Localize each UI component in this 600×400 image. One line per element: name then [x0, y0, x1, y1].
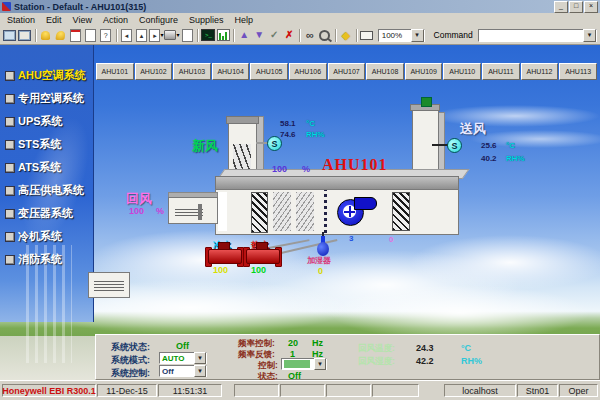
- lower-icon[interactable]: ▼: [252, 28, 266, 43]
- brand-label: Honeywell EBI R300.1: [2, 384, 96, 397]
- return-rh-label: 回风湿度:: [358, 356, 395, 368]
- sidebar-item-dedicated-ac[interactable]: 专用空调系统: [0, 92, 93, 105]
- tab-ahu108[interactable]: AHU108: [366, 63, 404, 80]
- chevron-down-icon[interactable]: ▾: [583, 29, 596, 42]
- tab-ahu112[interactable]: AHU112: [521, 63, 559, 80]
- command-console-icon[interactable]: >_: [201, 28, 215, 43]
- tab-ahu102[interactable]: AHU102: [135, 63, 173, 80]
- page-icon[interactable]: [180, 28, 194, 43]
- sidebar-item-ahu[interactable]: AHU空调系统: [0, 69, 93, 82]
- command-input[interactable]: ▾: [478, 29, 597, 42]
- fresh-air-tower-cap: [226, 116, 259, 124]
- menu-bar: Station Edit View Action Configure Suppl…: [0, 13, 600, 26]
- humidifier-spray-line: [324, 190, 327, 233]
- close-button[interactable]: ×: [584, 1, 598, 13]
- associated-display-icon[interactable]: ◆: [339, 28, 353, 43]
- menu-configure[interactable]: Configure: [139, 15, 178, 25]
- menu-station[interactable]: Station: [7, 15, 35, 25]
- fresh-air-temp-unit: °C: [306, 119, 315, 128]
- display-icon[interactable]: [18, 28, 32, 43]
- system-control-value: Off: [162, 367, 174, 376]
- trend-icon[interactable]: [216, 28, 230, 43]
- status-cell-empty: [326, 384, 371, 397]
- hot-water-valve[interactable]: [246, 249, 280, 264]
- fan-casing: [354, 197, 377, 210]
- return-temp-value: 24.3: [416, 343, 434, 353]
- event-summary-icon[interactable]: [84, 28, 98, 43]
- tab-ahu107[interactable]: AHU107: [328, 63, 366, 80]
- final-filter-section: [392, 192, 410, 231]
- message-summary-icon[interactable]: ?: [99, 28, 113, 43]
- minimize-button[interactable]: _: [554, 1, 568, 13]
- fresh-damper-value: 100: [272, 164, 287, 174]
- search-icon[interactable]: [318, 28, 332, 43]
- app-icon: [2, 2, 11, 11]
- zoom-box-icon[interactable]: [360, 28, 374, 43]
- tab-ahu111[interactable]: AHU111: [482, 63, 520, 80]
- print-icon[interactable]: ▾: [164, 28, 179, 43]
- menu-supplies[interactable]: Supplies: [189, 15, 224, 25]
- duct-handle: [198, 204, 202, 220]
- alarm-ack-icon[interactable]: [54, 28, 68, 43]
- ahu-unit-body: [215, 189, 459, 235]
- sidebar-item-label: 专用空调系统: [18, 91, 84, 106]
- system-mode-dropdown[interactable]: AUTO ▾: [159, 352, 207, 364]
- bullet-icon: [5, 163, 15, 173]
- sidebar: AHU空调系统 专用空调系统 UPS系统 STS系统 ATS系统 高压供电系统 …: [0, 45, 94, 322]
- station-icon[interactable]: [3, 28, 17, 43]
- supply-air-rh-unit: RH%: [506, 154, 525, 163]
- chevron-down-icon[interactable]: ▾: [194, 352, 206, 364]
- return-temp-unit: °C: [461, 343, 471, 353]
- tab-ahu103[interactable]: AHU103: [173, 63, 211, 80]
- page-forward-icon[interactable]: ▴: [135, 28, 149, 43]
- supply-air-temp: 25.6: [481, 141, 497, 150]
- bullet-icon: [5, 94, 15, 104]
- alarm-summary-icon[interactable]: [69, 28, 83, 43]
- chevron-down-icon[interactable]: ▾: [314, 358, 326, 370]
- menu-view[interactable]: View: [73, 15, 92, 25]
- cloud: [430, 105, 600, 127]
- cancel-icon[interactable]: ✗: [282, 28, 296, 43]
- tab-ahu110[interactable]: AHU110: [443, 63, 481, 80]
- ahu-tab-row: AHU101 AHU102 AHU103 AHU104 AHU105 AHU10…: [96, 63, 597, 80]
- raise-icon[interactable]: ▲: [237, 28, 251, 43]
- tab-ahu106[interactable]: AHU106: [289, 63, 327, 80]
- tab-ahu104[interactable]: AHU104: [212, 63, 250, 80]
- chevron-down-icon[interactable]: ▾: [194, 365, 206, 377]
- humidifier-label: 加湿器: [307, 255, 331, 266]
- heating-coil: [296, 192, 314, 231]
- control-panel: 系统状态: Off 系统模式: AUTO ▾ 系统控制: Off ▾ 频率控制:…: [95, 334, 600, 380]
- zoom-combobox[interactable]: 100% ▾: [378, 29, 425, 42]
- tab-ahu105[interactable]: AHU105: [250, 63, 288, 80]
- maximize-button[interactable]: □: [569, 1, 583, 13]
- fresh-air-rh: 74.6: [280, 130, 296, 139]
- tab-ahu109[interactable]: AHU109: [405, 63, 443, 80]
- page-back-icon[interactable]: ◂: [120, 28, 134, 43]
- toolbar-separator: [335, 29, 336, 42]
- cloud: [410, 235, 600, 290]
- supply-air-rh: 40.2: [481, 154, 497, 163]
- toolbar-separator: [356, 29, 357, 42]
- chilled-water-valve[interactable]: [208, 249, 242, 264]
- chevron-down-icon[interactable]: ▾: [411, 29, 424, 42]
- misc-value-magenta: 0: [389, 235, 393, 244]
- supply-air-sensor-icon[interactable]: S: [447, 138, 462, 153]
- bullet-icon: [5, 255, 15, 265]
- system-status-value: Off: [176, 341, 189, 351]
- menu-edit[interactable]: Edit: [46, 15, 62, 25]
- recent-pages-icon[interactable]: ▸▾: [149, 28, 163, 43]
- fresh-damper-unit: %: [302, 164, 310, 174]
- system-control-dropdown[interactable]: Off ▾: [159, 365, 207, 377]
- tab-ahu113[interactable]: AHU113: [559, 63, 597, 80]
- accept-icon[interactable]: ✓: [267, 28, 281, 43]
- toolbar-separator: [197, 29, 198, 42]
- tab-ahu101[interactable]: AHU101: [96, 63, 134, 80]
- fan-control-dropdown[interactable]: ▾: [281, 358, 327, 370]
- status-bar: Honeywell EBI R300.1 11-Dec-15 11:51:31 …: [0, 380, 600, 400]
- menu-action[interactable]: Action: [103, 15, 128, 25]
- system-control-label: 系统控制:: [111, 367, 150, 380]
- alarm-bell-icon[interactable]: [39, 28, 53, 43]
- window-title: Station - Default - AHU101(315): [14, 2, 146, 12]
- menu-help[interactable]: Help: [234, 15, 253, 25]
- find-icon[interactable]: ∞: [303, 28, 317, 43]
